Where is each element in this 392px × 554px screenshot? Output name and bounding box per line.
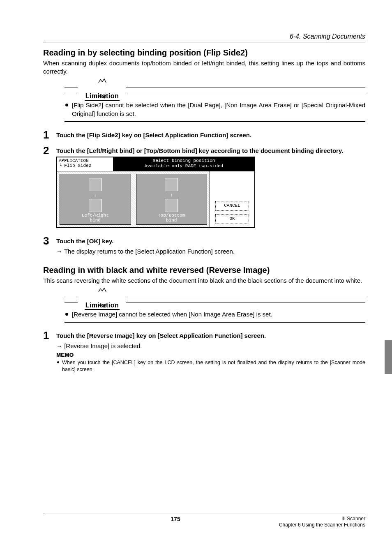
lcd-title-line: Select binding position [115, 158, 253, 164]
footer-rule [43, 513, 365, 513]
page-icon [89, 199, 102, 212]
section2-step1-result: → [Reverse Image] is selected. [56, 342, 365, 350]
lcd-ok-button[interactable]: OK [215, 214, 249, 224]
lcd-option-label: Left/Right [82, 213, 109, 218]
memo-label: MEMO [56, 352, 74, 358]
step-number: 1 [43, 330, 56, 341]
step1-text: Touch the [Flip Side2] key on [Select Ap… [56, 131, 365, 139]
step3-result: → The display returns to the [Select App… [56, 247, 365, 256]
step-3: 3 Touch the [OK] key. → The display retu… [43, 235, 365, 256]
header-section: 6-4. Scanning Documents [43, 33, 365, 40]
memo-block: MEMO When you touch the [CANCEL] key on … [56, 351, 365, 373]
arrow-down-icon: ↓ [94, 193, 97, 198]
limitation-label: Limitation [85, 302, 120, 309]
limitation-item: [Flip Side2] cannot be selected when the… [65, 101, 365, 118]
star-icon [98, 287, 107, 294]
step3-text: Touch the [OK] key. [56, 237, 365, 245]
limitation-block-1: Limitation [Flip Side2] cannot be select… [65, 82, 365, 122]
page-icon [89, 178, 102, 191]
header-rule [43, 42, 365, 42]
lcd-title: Select binding position Available only R… [113, 157, 254, 171]
limitation-end-rule [65, 121, 365, 122]
footer-right-2: Chapter 6 Using the Scanner Functions [258, 522, 365, 529]
section1-intro: When scanning duplex documents top/botto… [43, 59, 365, 76]
lcd-title-line: Available only RADF two-sided [115, 164, 253, 169]
lcd-breadcrumb: APPLICATION └ Flip Side2 [57, 157, 113, 171]
page-icon [165, 199, 178, 212]
step-number: 2 [43, 145, 56, 156]
limitation-block-2: Limitation [Reverse Image] cannot be sel… [65, 291, 365, 323]
lcd-option-top-bottom-bind[interactable]: ↓ Top/Bottom bind [136, 174, 208, 225]
lcd-screenshot: APPLICATION └ Flip Side2 Select binding … [56, 157, 255, 228]
limitation-item: [Reverse Image] cannot be selected when … [65, 310, 365, 319]
step-number: 1 [43, 129, 56, 140]
footer-right-1: III Scanner [258, 516, 365, 522]
section2-step1-text: Touch the [Reverse Image] key on [Select… [56, 332, 365, 340]
limitation-header: Limitation [65, 82, 365, 98]
limitation-label: Limitation [85, 92, 120, 100]
step-number: 3 [43, 235, 56, 246]
lcd-option-label: Top/Bottom [158, 213, 185, 218]
lcd-option-left-right-bind[interactable]: ↓ Left/Right bind [60, 174, 131, 225]
limitation-end-rule [65, 322, 365, 323]
arrow-down-icon: ↓ [170, 193, 173, 198]
lcd-cancel-button[interactable]: CANCEL [215, 201, 249, 211]
step-1: 1 Touch the [Flip Side2] key on [Select … [43, 129, 365, 141]
page-number: 175 [92, 516, 258, 522]
lcd-path-line: APPLICATION [59, 158, 111, 163]
limitation-header: Limitation [65, 291, 365, 307]
lcd-path-line: └ Flip Side2 [59, 163, 111, 168]
memo-item: When you touch the [CANCEL] key on the L… [56, 359, 365, 373]
section2-title: Reading in with black and white reversed… [43, 265, 365, 275]
lcd-option-label: bind [166, 218, 177, 223]
section2-intro: This scans reversing the white sections … [43, 277, 365, 285]
star-icon [98, 78, 107, 85]
side-tab [385, 340, 392, 374]
lcd-option-label: bind [90, 218, 101, 223]
section2-step-1: 1 Touch the [Reverse Image] key on [Sele… [43, 330, 365, 373]
page-icon [165, 178, 178, 191]
section1-title: Reading in by selecting binding position… [43, 48, 365, 58]
step-2: 2 Touch the [Left/Right bind] or [Top/Bo… [43, 145, 365, 231]
page: 6-4. Scanning Documents Reading in by se… [0, 0, 392, 554]
step2-text: Touch the [Left/Right bind] or [Top/Bott… [56, 147, 365, 155]
footer: 175 III Scanner Chapter 6 Using the Scan… [43, 513, 365, 529]
